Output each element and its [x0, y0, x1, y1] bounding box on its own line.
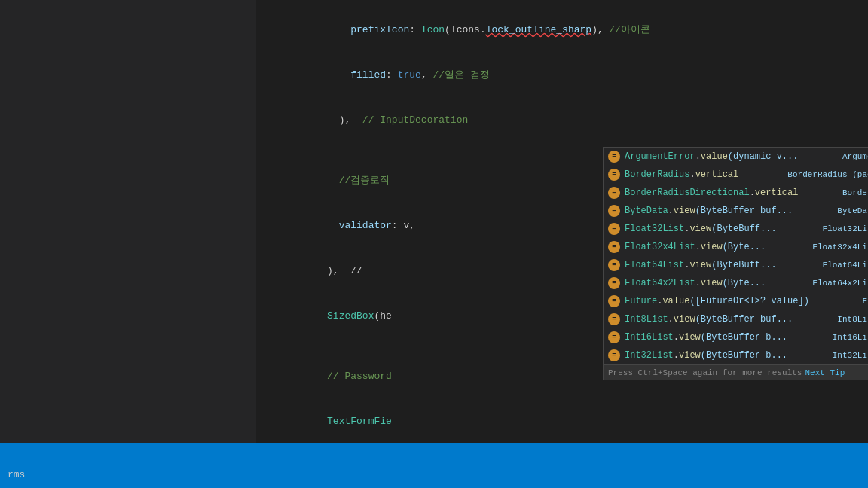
autocomplete-type-8: Future<T> (dart:core) — [856, 294, 868, 309]
footer-hint-text: Press Ctrl+Space again for more results — [608, 368, 802, 377]
autocomplete-name-5: Float32x4List.view(Byte... — [625, 239, 766, 255]
autocomplete-name-2: BorderRadiusDirectional.vertical — [625, 185, 798, 200]
autocomplete-name-10: Int16List.view(ByteBuffer b... — [625, 330, 787, 345]
autocomplete-icon-5: = — [608, 241, 620, 253]
autocomplete-type-1: BorderRadius (package:flutter/mat... — [781, 167, 868, 182]
autocomplete-dropdown[interactable]: = ArgumentError.value(dynamic v... Argum… — [603, 147, 868, 380]
autocomplete-icon-9: = — [608, 313, 620, 325]
autocomplete-icon-0: = — [608, 151, 620, 163]
code-line-1: prefixIcon: Icon(Icons.lock_outline_shar… — [256, 8, 868, 53]
autocomplete-name-8: Future.value([FutureOr<T>? value]) — [625, 294, 809, 309]
autocomplete-item-3[interactable]: = ByteData.view(ByteBuffer buf... ByteDa… — [604, 202, 868, 220]
code-line-2: filled: true, //열은 검정 — [256, 53, 868, 98]
autocomplete-item-1[interactable]: = BorderRadius.vertical BorderRadius (pa… — [604, 166, 868, 184]
autocomplete-type-5: Float32x4List (dart:typed_data) — [806, 239, 868, 255]
next-tip-button[interactable]: Next Tip — [805, 368, 845, 377]
autocomplete-icon-4: = — [608, 223, 620, 235]
autocomplete-type-9: Int8List (dart:typed_data) — [831, 312, 868, 327]
autocomplete-name-4: Float32List.view(ByteBuff... — [625, 221, 777, 236]
autocomplete-footer: Press Ctrl+Space again for more results … — [604, 364, 868, 380]
autocomplete-type-3: ByteData (dart:typed_data) — [831, 203, 868, 218]
autocomplete-item-5[interactable]: = Float32x4List.view(Byte... Float32x4Li… — [604, 238, 868, 256]
autocomplete-icon-7: = — [608, 277, 620, 289]
autocomplete-name-11: Int32List.view(ByteBuffer b... — [625, 348, 787, 363]
editor-area: prefixIcon: Icon(Icons.lock_outline_shar… — [0, 0, 868, 488]
autocomplete-type-6: Float64List (dart:typed_data) — [817, 258, 868, 273]
status-text: rms — [8, 469, 25, 480]
autocomplete-icon-8: = — [608, 295, 620, 307]
autocomplete-icon-11: = — [608, 349, 620, 361]
autocomplete-icon-1: = — [608, 169, 620, 181]
left-panel — [0, 0, 256, 488]
autocomplete-name-0: ArgumentError.value(dynamic v... — [625, 149, 798, 164]
autocomplete-type-10: Int16List (dart:typed_data) — [827, 330, 868, 345]
bottom-bar: rms — [0, 443, 868, 488]
autocomplete-item-11[interactable]: = Int32List.view(ByteBuffer b... Int32Li… — [604, 346, 868, 364]
autocomplete-icon-2: = — [608, 187, 620, 199]
autocomplete-icon-10: = — [608, 331, 620, 343]
autocomplete-type-4: Float32List (dart:typed_data) — [817, 221, 868, 236]
autocomplete-name-7: Float64x2List.view(Byte... — [625, 276, 766, 291]
autocomplete-item-9[interactable]: = Int8List.view(ByteBuffer buf... Int8Li… — [604, 310, 868, 328]
autocomplete-item-6[interactable]: = Float64List.view(ByteBuff... Float64Li… — [604, 256, 868, 274]
autocomplete-name-1: BorderRadius.vertical — [625, 167, 738, 182]
code-region[interactable]: prefixIcon: Icon(Icons.lock_outline_shar… — [256, 0, 868, 488]
autocomplete-name-6: Float64List.view(ByteBuff... — [625, 258, 777, 273]
autocomplete-item-2[interactable]: = BorderRadiusDirectional.vertical Borde… — [604, 184, 868, 202]
autocomplete-name-9: Int8List.view(ByteBuffer buf... — [625, 312, 793, 327]
autocomplete-item-4[interactable]: = Float32List.view(ByteBuff... Float32Li… — [604, 220, 868, 238]
autocomplete-icon-3: = — [608, 205, 620, 217]
code-line-11: TextFormFie — [256, 399, 868, 444]
autocomplete-name-3: ByteData.view(ByteBuffer buf... — [625, 203, 793, 218]
autocomplete-icon-6: = — [608, 259, 620, 271]
autocomplete-item-8[interactable]: = Future.value([FutureOr<T>? value]) Fut… — [604, 292, 868, 310]
autocomplete-type-0: ArgumentError (dart:core) — [836, 149, 868, 164]
autocomplete-item-7[interactable]: = Float64x2List.view(Byte... Float64x2Li… — [604, 274, 868, 292]
autocomplete-type-11: Int32List (dart:typed_data) — [827, 348, 868, 363]
code-line-3: ), // InputDecoration — [256, 98, 868, 143]
autocomplete-item-10[interactable]: = Int16List.view(ByteBuffer b... Int16Li… — [604, 328, 868, 346]
autocomplete-type-7: Float64x2List (dart:typed_data) — [806, 276, 868, 291]
autocomplete-type-2: BorderRadiusDirectiona... — [836, 185, 868, 200]
autocomplete-item-0[interactable]: = ArgumentError.value(dynamic v... Argum… — [604, 148, 868, 166]
